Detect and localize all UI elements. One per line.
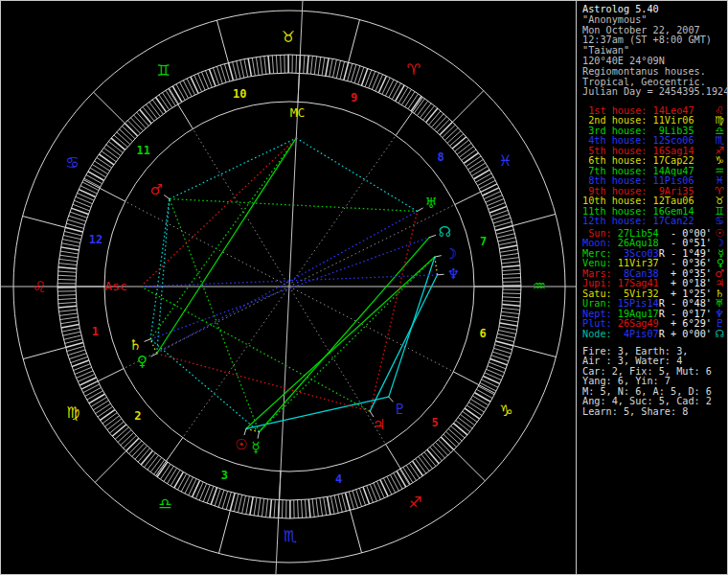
aspect-trine-Venu-MC — [157, 138, 297, 354]
aspect-sextile-Merc-Satu — [150, 339, 259, 432]
planet-position: 19Aqu17 — [618, 309, 659, 319]
wheel-planet-glyph-merc: ☿ — [251, 439, 260, 456]
house-cusp-text: 6th house: 17Cap22 — [582, 155, 694, 166]
planet-position: 11Vir37 — [618, 258, 659, 268]
sign-glyph-aquarius: ♒ — [533, 277, 546, 295]
house-number-2: 2 — [134, 409, 141, 423]
mc-label: MC — [290, 105, 306, 120]
aspect-sextile-Venu-Mars — [157, 199, 170, 354]
aspect-conj-Moon-Nept — [435, 257, 438, 275]
aspect-sextile-Jupi-Nept — [370, 275, 437, 411]
aspect-conj-Venu-Satu — [150, 339, 157, 354]
planet-position: 26Aqu18 — [618, 238, 659, 248]
wheel-planet-glyph-mars: ♂ — [149, 181, 162, 198]
wheel-planet-glyph-uran: ♅ — [425, 195, 438, 212]
planet-latitude: R - 0°17' — [659, 309, 712, 319]
axis-lines — [1, 1, 576, 575]
house-number-1: 1 — [92, 325, 99, 338]
planet-latitude: - 0°51' — [659, 238, 712, 248]
sign-glyph-capricorn: ♑ — [499, 402, 512, 420]
house-cusp-text: 8th house: 11Pis06 — [582, 175, 694, 186]
house-number-12: 12 — [89, 233, 102, 246]
element-stats: Fire: 3, Earth: 3,Air : 3, Water: 4Car: … — [582, 347, 724, 417]
planet-position: 27Lib54 — [618, 228, 659, 239]
aspect-square-Venu-Jupi — [157, 354, 371, 411]
sign-glyph-gemini: ♊ — [156, 61, 170, 80]
chart-person-name: "Anonymous" — [582, 15, 724, 26]
planet-label: Sun: — [582, 228, 618, 239]
planet-latitude: + 6°29' — [659, 318, 712, 329]
house-number-5: 5 — [432, 416, 439, 429]
astrolog-window: ☉☽☿♀♂♃♄♅♆♇☊123456789101112♈♉♊♋♌♍♎♏♐♑♒♓As… — [0, 0, 728, 575]
house-cusp-text: 3rd house: 9Lib35 — [582, 126, 694, 136]
sign-glyph-libra: ♎ — [158, 494, 171, 513]
chart-header: Astrolog 5.40 "Anonymous" Mon October 22… — [582, 5, 724, 98]
planet-label: Mars: — [582, 268, 618, 279]
house-number-4: 4 — [335, 472, 342, 486]
stat-line: Learn: 5, Share: 8 — [582, 407, 724, 417]
house-cusp-text: 1st house: 14Leo47 — [582, 105, 694, 116]
aspect-opposition-Satu-Node — [150, 238, 429, 339]
house-cusp-text: 4th house: 12Sco06 — [582, 135, 694, 146]
chart-house-system: Regiomontanus houses. — [582, 67, 724, 78]
planet-label: Jupi: — [582, 278, 618, 288]
house-cusp-text: 7th house: 14Aqu47 — [582, 166, 694, 176]
planet-latitude: + 0°35' — [659, 268, 712, 279]
house-cusp-text: 11th house: 16Gem14 — [582, 206, 694, 217]
planet-position: 3Sco03 — [618, 248, 659, 259]
wheel-planet-glyph-satu: ♄ — [128, 336, 141, 354]
wheel-planet-glyph-node: ☊ — [439, 223, 451, 241]
planet-label: Node: — [582, 329, 618, 339]
sign-glyph-sagittarius: ♐ — [408, 494, 421, 512]
planet-label: Merc: — [582, 248, 618, 259]
house-number-6: 6 — [479, 327, 486, 340]
houses-table: 1st house: 14Leo47♌ 2nd house: 11Vir06♍ … — [582, 106, 724, 226]
planet-position: 15Pis14 — [618, 298, 659, 309]
house-sign-glyph: ♋ — [715, 216, 724, 226]
planet-position: 17Sag41 — [618, 278, 659, 288]
planet-latitude: R - 1°49' — [659, 248, 712, 259]
planet-glyph: ☊ — [715, 329, 724, 339]
aspect-sextile-Uran-MC — [296, 138, 417, 211]
planet-position: 26Sag49 — [618, 318, 659, 329]
wheel-planet-glyph-sun: ☉ — [235, 436, 247, 453]
aspect-square-Asc-MC — [141, 138, 296, 287]
sign-glyph-pisces: ♓ — [498, 151, 512, 170]
planet-position: 5Vir32 — [618, 288, 659, 299]
sign-glyph-leo: ♌ — [33, 278, 46, 296]
planet-latitude: R + 0°00' — [659, 329, 712, 339]
planet-position: 4Pis07 — [618, 329, 659, 339]
house-number-8: 8 — [437, 150, 444, 164]
info-panel: Astrolog 5.40 "Anonymous" Mon October 22… — [576, 1, 728, 574]
planet-label: Venu: — [582, 258, 618, 268]
house-number-11: 11 — [137, 144, 150, 157]
house-cusp-text: 12th house: 17Can22 — [582, 216, 694, 226]
planet-latitude: + 0°18' — [659, 278, 712, 288]
aspect-trine-Merc-Mars — [170, 199, 260, 432]
house-cusp-text: 5th house: 16Sag14 — [582, 146, 694, 156]
wheel-planet-glyph-jupi: ♃ — [373, 416, 385, 433]
planet-label: Uran: — [582, 298, 618, 309]
house-number-3: 3 — [221, 469, 228, 482]
sign-glyph-cancer: ♋ — [65, 153, 79, 172]
planet-position: 8Can38 — [618, 268, 659, 279]
wheel-planet-glyph-plut: ♇ — [393, 401, 405, 418]
house-number-9: 9 — [351, 91, 357, 104]
house-row: 12th house: 17Can22♋ — [582, 217, 724, 226]
sign-glyph-taurus: ♉ — [282, 28, 295, 46]
asc-label: Asc — [104, 279, 126, 293]
planet-latitude: - 0°36' — [659, 258, 712, 268]
house-cusp-text: 2nd house: 11Vir06 — [582, 115, 694, 126]
planet-label: Satu: — [582, 288, 618, 299]
planet-label: Moon: — [582, 238, 618, 248]
wheel-planet-glyph-nept: ♆ — [447, 265, 460, 283]
chart-julian-day: Julian Day = 2454395.1924 — [582, 87, 724, 98]
sign-glyph-aries: ♈ — [406, 60, 420, 79]
wheel-planet-glyph-venu: ♀ — [137, 353, 148, 370]
planet-latitude: - 0°00' — [659, 228, 712, 239]
house-number-10: 10 — [233, 87, 246, 101]
sign-glyph-scorpio: ♏ — [284, 527, 297, 545]
planet-label: Nept: — [582, 309, 618, 319]
aspect-conj-Sun-Merc — [246, 428, 259, 431]
sign-glyph-virgo: ♍ — [66, 403, 80, 422]
